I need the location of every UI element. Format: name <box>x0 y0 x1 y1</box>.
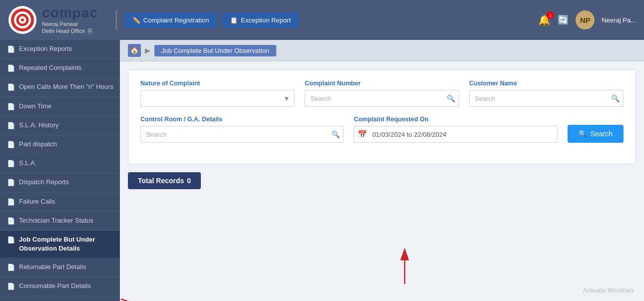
sidebar-item-label: Technician Tracker Status <box>19 216 93 225</box>
sidebar-item-9[interactable]: 📄Technician Tracker Status <box>0 212 120 231</box>
doc-icon: 📄 <box>7 45 15 54</box>
sidebar-item-1[interactable]: 📄Repeated Complaints <box>0 59 120 78</box>
sidebar-item-label: Down Time <box>19 102 51 111</box>
requested-on-label: Complaint Requested On <box>354 116 557 123</box>
nature-select-wrapper: ▼ <box>140 90 295 107</box>
doc-icon: 📄 <box>7 236 15 245</box>
exception-report-button[interactable]: 📋 Exception Report <box>222 12 299 28</box>
sidebar-item-label: S.L.A. <box>19 159 36 168</box>
sidebar: 📄Exception Reports📄Repeated Complaints📄O… <box>0 40 120 301</box>
breadcrumb-current: Job Complete But Under Observation <box>154 45 276 56</box>
header: compac Neeraj Panwar Delhi Head Office ⎘… <box>0 0 644 40</box>
nature-label: Nature of Complaint <box>140 80 295 87</box>
logo-icon <box>8 5 37 34</box>
doc-icon: 📄 <box>7 102 15 111</box>
sidebar-item-11[interactable]: 📄Returnable Part Details <box>0 258 120 277</box>
doc-icon: 📄 <box>7 178 15 187</box>
sidebar-item-3[interactable]: 📄Down Time <box>0 97 120 116</box>
control-room-wrapper: 🔍 <box>140 126 344 143</box>
sidebar-item-10[interactable]: 📄Job Complete But Under Observation Deta… <box>0 231 120 258</box>
complaint-number-wrapper: 🔍 <box>305 90 459 107</box>
logo-text: compac Neeraj Panwar Delhi Head Office ⎘ <box>42 5 98 35</box>
sidebar-item-2[interactable]: 📄Open Calls More Then "n" Hours <box>0 78 120 97</box>
sidebar-item-label: Consumable Part Details <box>19 282 91 291</box>
customer-name-input[interactable] <box>469 90 624 107</box>
nature-select[interactable] <box>140 90 295 107</box>
requested-on-input[interactable] <box>354 126 557 143</box>
form-row-2: Control Room / G.A. Details 🔍 Complaint … <box>140 116 624 143</box>
total-records-button: Total Records 0 <box>128 172 201 189</box>
doc-icon: 📄 <box>7 83 15 92</box>
logo-area: compac Neeraj Panwar Delhi Head Office ⎘ <box>8 5 98 35</box>
control-room-group: Control Room / G.A. Details 🔍 <box>140 116 344 143</box>
total-records-value: 0 <box>187 177 191 185</box>
sidebar-item-8[interactable]: 📄Failure Calls <box>0 193 120 212</box>
sidebar-item-4[interactable]: 📄S.L.A. History <box>0 116 120 135</box>
sidebar-item-label: Job Complete But Under Observation Detai… <box>19 235 114 253</box>
header-buttons: ✏️ Complaint Registration 📋 Exception Re… <box>124 12 299 28</box>
breadcrumb: 🏠 ▶ Job Complete But Under Observation <box>120 40 644 61</box>
complaint-number-search-icon[interactable]: 🔍 <box>447 94 455 102</box>
complaint-number-label: Complaint Number <box>305 80 459 87</box>
watermark: Activate Windows <box>583 287 634 294</box>
header-divider <box>116 10 116 30</box>
refresh-icon[interactable]: 🔄 <box>558 14 569 25</box>
doc-icon: 📄 <box>7 282 15 291</box>
total-records-label: Total Records <box>138 177 184 185</box>
sidebar-item-label: Returnable Part Details <box>19 263 86 272</box>
sidebar-item-13[interactable]: 📄Part Consumption Details <box>0 297 120 301</box>
copy-icon[interactable]: ⎘ <box>88 27 92 35</box>
sidebar-item-label: Dispatch Reports <box>19 178 69 187</box>
svg-line-5 <box>121 299 195 301</box>
sidebar-item-label: Open Calls More Then "n" Hours <box>19 82 113 91</box>
doc-icon: 📄 <box>7 159 15 168</box>
records-section: Total Records 0 <box>128 172 636 189</box>
breadcrumb-arrow: ▶ <box>145 46 150 54</box>
complaint-reg-icon: ✏️ <box>132 16 140 24</box>
brand-name: compac <box>42 5 98 21</box>
header-username: Neeraj Pa... <box>602 16 636 24</box>
customer-name-label: Customer Name <box>469 80 624 87</box>
complaint-number-input[interactable] <box>305 90 459 107</box>
form-row-1: Nature of Complaint ▼ Complaint Number <box>140 80 624 107</box>
header-right: 🔔 1 🔄 NP Neeraj Pa... <box>538 10 636 29</box>
search-button[interactable]: 🔍 Search <box>568 125 624 143</box>
sidebar-item-6[interactable]: 📄S.L.A. <box>0 154 120 173</box>
sidebar-item-label: Failure Calls <box>19 197 55 206</box>
doc-icon: 📄 <box>7 140 15 149</box>
notification-badge: 1 <box>547 11 554 19</box>
main-content: 🏠 ▶ Job Complete But Under Observation N… <box>120 40 644 301</box>
doc-icon: 📄 <box>7 198 15 207</box>
customer-name-search-icon[interactable]: 🔍 <box>611 94 620 102</box>
customer-name-wrapper: 🔍 <box>469 90 624 107</box>
sidebar-item-label: Repeated Complaints <box>19 63 81 72</box>
sidebar-item-label: Exception Reports <box>19 44 72 53</box>
control-room-search-icon[interactable]: 🔍 <box>331 130 340 138</box>
sidebar-item-7[interactable]: 📄Dispatch Reports <box>0 173 120 192</box>
complaint-reg-label: Complaint Registration <box>143 16 209 24</box>
avatar[interactable]: NP <box>576 10 595 29</box>
search-button-group: 🔍 Search <box>568 125 624 143</box>
search-btn-label: Search <box>591 130 613 138</box>
sidebar-item-0[interactable]: 📄Exception Reports <box>0 40 120 59</box>
doc-icon: 📄 <box>7 64 15 73</box>
doc-icon: 📄 <box>7 121 15 130</box>
breadcrumb-home[interactable]: 🏠 <box>128 44 141 57</box>
complaint-registration-button[interactable]: ✏️ Complaint Registration <box>124 12 217 28</box>
exception-report-label: Exception Report <box>241 16 291 24</box>
sidebar-item-12[interactable]: 📄Consumable Part Details <box>0 277 120 296</box>
layout: 📄Exception Reports📄Repeated Complaints📄O… <box>0 40 644 301</box>
exception-report-icon: 📋 <box>230 16 238 24</box>
doc-icon: 📄 <box>7 263 15 272</box>
notification-bell[interactable]: 🔔 1 <box>538 14 551 26</box>
control-room-label: Control Room / G.A. Details <box>140 116 344 123</box>
doc-icon: 📄 <box>7 217 15 226</box>
search-btn-icon: 🔍 <box>579 130 587 138</box>
requested-on-wrapper: 📅 <box>354 126 557 143</box>
sidebar-item-5[interactable]: 📄Part dispatch <box>0 135 120 154</box>
nature-of-complaint-group: Nature of Complaint ▼ <box>140 80 295 107</box>
svg-point-3 <box>21 18 24 21</box>
control-room-input[interactable] <box>140 126 344 143</box>
user-name: Neeraj Panwar <box>42 21 98 27</box>
complaint-number-group: Complaint Number 🔍 <box>305 80 459 107</box>
